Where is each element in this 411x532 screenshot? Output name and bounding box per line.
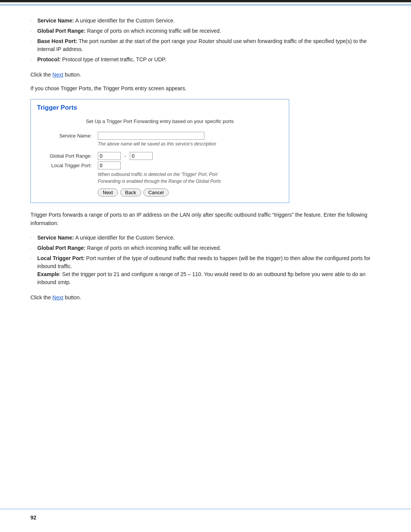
trigger-ports-body: Set Up a Trigger Port Forwarding entry b… (31, 115, 289, 203)
bullet-dot: · (30, 245, 37, 251)
click-next-top: Click the Next button. (30, 70, 381, 79)
global-port-from-input[interactable] (98, 152, 121, 160)
bullet-dot: · (30, 256, 37, 261)
button-row: Next Back Cancel (98, 189, 283, 197)
list-item: · Local Trigger Port: Port number of the… (30, 254, 381, 286)
list-item: · Global Port Range: Range of ports on w… (30, 27, 381, 35)
bottom-term-global-port-desc: Range of ports on which incoming traffic… (87, 245, 221, 251)
top-border (0, 0, 411, 2)
list-item-text: Local Trigger Port: Port number of the t… (37, 254, 381, 286)
service-name-input[interactable] (98, 132, 204, 140)
service-name-hint: The above name will be saved as this ser… (98, 141, 283, 147)
local-trigger-port-input[interactable] (98, 161, 121, 169)
top-bullet-list: · Service Name: A unique identifier for … (30, 17, 381, 64)
service-name-label: Service Name: (37, 133, 98, 139)
bottom-term-local-trigger: Local Trigger Port: (37, 255, 84, 261)
local-trigger-port-label: Local Trigger Port: (37, 163, 98, 168)
term-service-name-desc: A unique identifier for the Custom Servi… (75, 18, 175, 24)
click-next-suffix: button. (63, 72, 81, 78)
service-name-field-area (98, 132, 283, 140)
bullet-dot: · (30, 28, 37, 34)
term-global-port: Global Port Range: (37, 28, 86, 34)
footer-line (0, 509, 411, 509)
bottom-term-service-name-desc: A unique identifier for the Custom Servi… (75, 235, 175, 241)
trigger-subtitle: Set Up a Trigger Port Forwarding entry b… (37, 118, 283, 124)
bullet-dot: · (30, 57, 37, 62)
list-item-text: Service Name: A unique identifier for th… (37, 17, 175, 25)
back-button[interactable]: Back (120, 189, 141, 197)
list-item-text: Base Host Port: The port number at the s… (37, 37, 381, 53)
term-protocol-desc: Protocol type of Internet traffic, TCP o… (62, 56, 166, 62)
list-item-text: Global Port Range: Range of ports on whi… (37, 244, 221, 252)
when-outbound-line1: When outbound traffic is detected on the… (98, 172, 218, 177)
bottom-example-label: Example (37, 271, 59, 277)
list-item: · Protocol: Protocol type of Internet tr… (30, 56, 381, 64)
list-item-text: Service Name: A unique identifier for th… (37, 234, 175, 242)
next-link-bottom[interactable]: Next (53, 294, 64, 300)
bottom-term-local-trigger-desc: Port number of the type of outbound traf… (37, 255, 370, 269)
trigger-ports-box: Trigger Ports Set Up a Trigger Port Forw… (30, 99, 289, 203)
global-port-range-fields: - (98, 152, 283, 160)
list-item: · Global Port Range: Range of ports on w… (30, 244, 381, 252)
cancel-button[interactable]: Cancel (143, 189, 169, 197)
local-trigger-port-field-area (98, 161, 283, 169)
list-item-text: Global Port Range: Range of ports on whi… (37, 27, 221, 35)
trigger-appears-line: If you chose Trigger Ports, the Trigger … (30, 84, 381, 93)
page-container: · Service Name: A unique identifier for … (0, 0, 411, 532)
list-item: · Service Name: A unique identifier for … (30, 17, 381, 25)
term-service-name: Service Name: (37, 18, 74, 24)
when-outbound-line2: Forwarding is enabled through the Range … (98, 179, 221, 184)
next-link-top[interactable]: Next (53, 72, 64, 78)
bullet-dot: · (30, 18, 37, 24)
bottom-term-service-name: Service Name: (37, 235, 74, 241)
list-item: · Service Name: A unique identifier for … (30, 234, 381, 242)
bottom-example-text: : Set the trigger port to 21 and configu… (37, 271, 365, 285)
bullet-dot: · (30, 38, 37, 44)
term-global-port-desc: Range of ports on which incoming traffic… (87, 28, 221, 34)
list-item-text: Protocol: Protocol type of Internet traf… (37, 56, 166, 64)
global-port-range-row: Global Port Range: - (37, 152, 283, 160)
description-para: Trigger Ports forwards a range of ports … (30, 211, 381, 228)
global-port-range-label: Global Port Range: (37, 153, 98, 159)
term-protocol: Protocol: (37, 56, 61, 62)
term-base-host-desc: The port number at the start of the port… (37, 38, 367, 52)
global-port-to-input[interactable] (130, 152, 153, 160)
bottom-bullet-list: · Service Name: A unique identifier for … (30, 234, 381, 286)
content-area: · Service Name: A unique identifier for … (0, 5, 411, 330)
bottom-term-global-port: Global Port Range: (37, 245, 86, 251)
list-item: · Base Host Port: The port number at the… (30, 37, 381, 53)
next-button[interactable]: Next (98, 189, 118, 197)
local-trigger-port-row: Local Trigger Port: (37, 161, 283, 169)
footer-page-number: 92 (30, 514, 37, 521)
click-next-prefix: Click the (30, 72, 53, 78)
service-name-row: Service Name: (37, 132, 283, 140)
click-next-bottom: Click the Next button. (30, 293, 381, 302)
trigger-ports-title: Trigger Ports (31, 99, 289, 115)
term-base-host: Base Host Port: (37, 38, 77, 44)
bullet-dot: · (30, 235, 37, 241)
click-next-bottom-prefix: Click the (30, 294, 53, 300)
port-dash: - (124, 153, 126, 159)
click-next-bottom-suffix: button. (63, 294, 81, 300)
when-outbound-hint: When outbound traffic is detected on the… (98, 171, 283, 185)
